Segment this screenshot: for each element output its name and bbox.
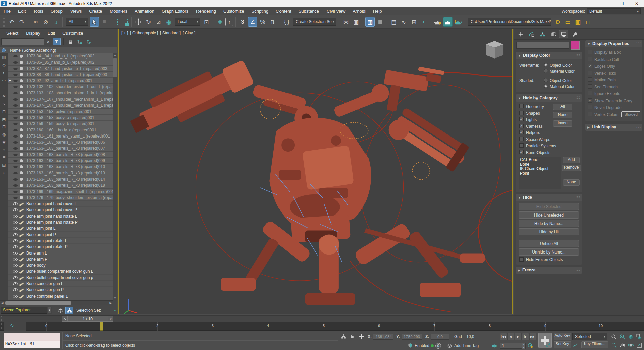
bind-to-space-warp-icon[interactable]: ≋ bbox=[51, 17, 60, 27]
list-item[interactable]: Bone arm joint hand move P bbox=[8, 207, 113, 213]
list-item[interactable]: 1073-84-_84_hand_a_L (repaired)002 bbox=[8, 53, 113, 59]
menu-scripting[interactable]: Scripting bbox=[248, 7, 272, 15]
visible-eye-icon[interactable] bbox=[13, 288, 18, 291]
hide-button-unhide-by-name-[interactable]: Unhide by Name... bbox=[519, 248, 579, 256]
category-checkbox-helpers[interactable]: ✔ bbox=[519, 130, 524, 134]
select-and-move-icon[interactable] bbox=[134, 17, 143, 27]
render-setup-icon[interactable] bbox=[433, 17, 442, 27]
set-key-button[interactable]: Set Key bbox=[554, 341, 571, 348]
materials-filter-icon[interactable]: ◍ bbox=[0, 130, 8, 138]
toggle-ribbon-icon[interactable]: ▤ bbox=[389, 17, 398, 27]
visible-eye-icon[interactable] bbox=[13, 208, 18, 211]
tab-motion[interactable] bbox=[548, 30, 558, 38]
select-object-icon[interactable] bbox=[90, 17, 99, 27]
explorer-menu-display[interactable]: Display bbox=[23, 30, 43, 36]
tab-create[interactable] bbox=[516, 30, 525, 38]
list-item[interactable]: 1073-163-_163_barrels_R_x3 (repaired)014 bbox=[8, 176, 113, 182]
hidden-eye-icon[interactable] bbox=[13, 61, 18, 64]
viewport-standard-label[interactable]: [ Standard ] bbox=[160, 31, 181, 35]
shapes-filter-icon[interactable]: ◇ bbox=[0, 61, 8, 69]
hidden-eye-icon[interactable] bbox=[13, 98, 18, 101]
hidden-eye-icon[interactable] bbox=[13, 68, 18, 70]
menu-content[interactable]: Content bbox=[272, 7, 295, 15]
property-checkbox-show-frozen-in-gray[interactable]: ✔ bbox=[588, 98, 592, 103]
types-none-button[interactable]: None bbox=[563, 179, 580, 186]
hidden-eye-icon[interactable] bbox=[13, 154, 18, 156]
select-and-place-icon[interactable]: ◉ bbox=[164, 17, 173, 27]
tab-hierarchy[interactable] bbox=[538, 30, 547, 38]
lights-filter-icon[interactable]: ◐ bbox=[0, 69, 8, 76]
list-item[interactable]: Bone arm joint hand rotate L bbox=[8, 213, 113, 219]
helpers-filter-icon[interactable]: + bbox=[0, 84, 8, 92]
list-item[interactable]: Bone arm joint rotate L bbox=[8, 238, 113, 244]
hierarchy-mode-icon[interactable] bbox=[65, 307, 73, 314]
filter-icon[interactable] bbox=[53, 38, 61, 45]
menu-graph-editors[interactable]: Graph Editors bbox=[158, 7, 192, 15]
property-checkbox-motion-path[interactable] bbox=[588, 77, 592, 82]
menu-file[interactable]: File bbox=[0, 7, 14, 15]
toggle-layer-explorer-icon[interactable]: ≣ bbox=[375, 17, 385, 27]
toggle-scene-explorer-icon[interactable]: ▦ bbox=[365, 17, 375, 27]
property-checkbox-backface-cull[interactable] bbox=[588, 57, 592, 61]
hide-button-hide-selected[interactable]: Hide Selected bbox=[519, 203, 579, 210]
name-column-header[interactable]: Name (Sorted Ascending) bbox=[0, 47, 117, 53]
z-coord-field[interactable]: 0,0 bbox=[431, 334, 449, 340]
mini-curve-editor-icon[interactable]: ∿ bbox=[4, 322, 26, 331]
visible-eye-icon[interactable] bbox=[13, 264, 18, 267]
zoom-region-icon[interactable] bbox=[610, 341, 618, 349]
menu-arnold[interactable]: Arnold bbox=[349, 7, 369, 15]
shaded-material-color-radio[interactable] bbox=[544, 84, 548, 88]
category-checkbox-geometry[interactable] bbox=[519, 104, 524, 108]
bone-type-item[interactable]: CAT Bone bbox=[520, 158, 560, 162]
visible-eye-icon[interactable] bbox=[13, 227, 18, 230]
list-item[interactable]: Bone arm joint rotate P bbox=[8, 244, 113, 250]
hidden-eye-icon[interactable] bbox=[13, 178, 18, 181]
category-checkbox-particle-systems[interactable] bbox=[519, 143, 524, 148]
zoom-all-icon[interactable] bbox=[618, 333, 626, 341]
list-item[interactable]: 1073-163-_163_barrels_R_x3 (repaired)009 bbox=[8, 158, 113, 164]
list-item[interactable]: 1073-159-_159_body_b (repaired)001 bbox=[8, 121, 113, 127]
hide-frozen-objects-checkbox[interactable] bbox=[519, 257, 524, 262]
explorer-menu-edit[interactable]: Edit bbox=[45, 30, 58, 36]
property-checkbox-see-through[interactable] bbox=[588, 84, 592, 89]
list-item[interactable]: Bone arm P bbox=[8, 256, 113, 262]
menu-create[interactable]: Create bbox=[85, 7, 106, 15]
hide-all-button[interactable]: All bbox=[553, 104, 572, 110]
visible-eye-icon[interactable] bbox=[13, 221, 18, 224]
list-item[interactable]: Bone arm joint hand rotate P bbox=[8, 219, 113, 225]
hide-button-hide-by-hit[interactable]: Hide by Hit bbox=[519, 228, 579, 235]
row-type-column-icon[interactable] bbox=[2, 48, 6, 52]
frame-spinner-steppers[interactable]: ▲▼ bbox=[522, 343, 526, 349]
bone-type-item[interactable]: Point bbox=[520, 171, 560, 176]
go-to-end-button[interactable]: ▶▶| bbox=[529, 333, 536, 340]
visible-eye-icon[interactable] bbox=[13, 215, 18, 218]
list-item[interactable]: Bone arm L bbox=[8, 250, 113, 256]
viewport[interactable]: [ + ][ Orthographic ][ Standard ][ Clay … bbox=[118, 29, 513, 314]
explorer-horizontal-scrollbar[interactable]: ◀ ▶ bbox=[0, 300, 113, 305]
groups-filter-icon[interactable]: ▣ bbox=[0, 115, 8, 123]
category-checkbox-space-warps[interactable] bbox=[519, 137, 524, 141]
hidden-eye-icon[interactable] bbox=[13, 197, 18, 199]
clear-search-icon[interactable]: ✕ bbox=[46, 39, 50, 44]
auto-key-button[interactable]: Auto Key bbox=[554, 333, 571, 340]
list-item[interactable]: 1073-87-_87_hand_piston_b_L (repaired)00… bbox=[8, 66, 113, 72]
go-to-start-button[interactable]: |◀◀ bbox=[500, 333, 507, 340]
category-checkbox-lights[interactable]: ✔ bbox=[519, 117, 524, 121]
time-slider-handle[interactable]: < 1 / 10 > bbox=[62, 316, 113, 322]
property-checkbox-vertex-colors[interactable] bbox=[588, 112, 592, 116]
undo-icon[interactable]: ↶ bbox=[7, 17, 16, 27]
list-item[interactable]: Bone bullet compartment cover gun p bbox=[8, 275, 113, 281]
menu-group[interactable]: Group bbox=[47, 7, 67, 15]
geometry-filter-icon[interactable]: ▥ bbox=[0, 53, 8, 61]
select-and-manipulate-icon[interactable]: ✚ bbox=[215, 17, 225, 27]
visible-eye-icon[interactable] bbox=[13, 202, 18, 205]
render-production-icon[interactable] bbox=[453, 17, 463, 27]
hidden-eye-icon[interactable] bbox=[13, 135, 18, 138]
hide-invert-button[interactable]: Invert bbox=[553, 120, 572, 127]
close-button[interactable]: ✕ bbox=[629, 0, 644, 7]
named-selection-sets-dropdown[interactable]: Create Selection Se bbox=[293, 18, 336, 26]
zoom-extents-all-icon[interactable] bbox=[635, 333, 643, 341]
project-folder-dropdown[interactable]: C:\Users\Professional\Documents\3ds Max … bbox=[468, 18, 551, 26]
list-item[interactable]: 1073-103-_103_shoulder_piston_1_in_L (re… bbox=[8, 90, 113, 96]
asset-settings-icon[interactable]: ⚙ bbox=[553, 17, 562, 27]
